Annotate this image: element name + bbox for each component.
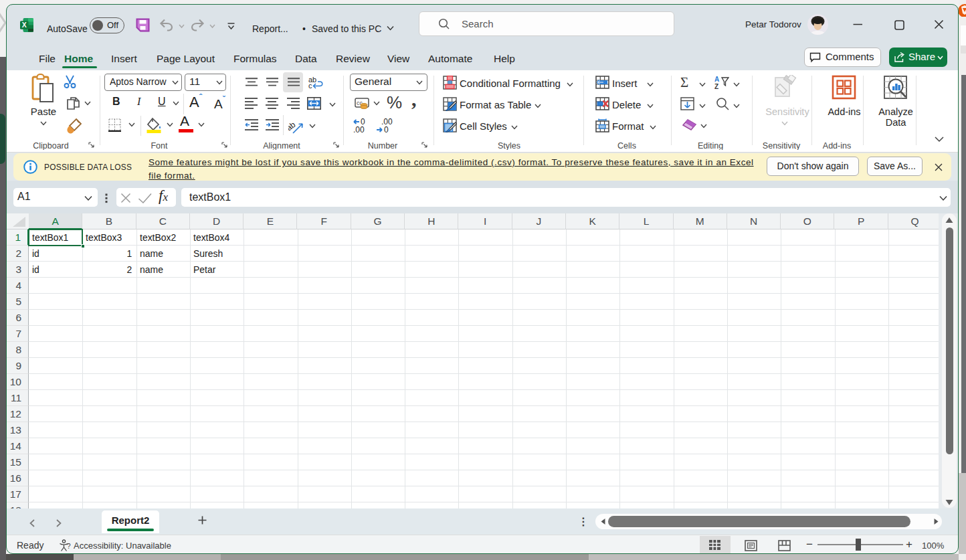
svg-text:A: A bbox=[714, 76, 719, 83]
svg-text:X: X bbox=[22, 21, 27, 29]
svg-text:ab: ab bbox=[288, 120, 298, 132]
svg-text:?: ? bbox=[67, 543, 71, 550]
svg-text:Z: Z bbox=[714, 83, 718, 90]
svg-text:0: 0 bbox=[384, 125, 389, 134]
svg-text:.00: .00 bbox=[353, 125, 365, 134]
svg-text:c: c bbox=[308, 82, 312, 89]
